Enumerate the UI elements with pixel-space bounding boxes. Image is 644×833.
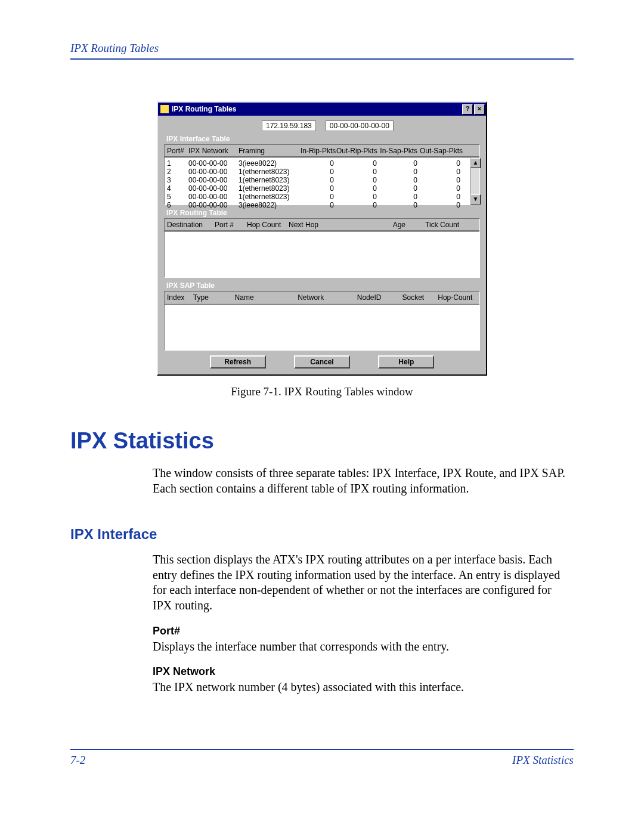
cell: 00-00-00-00	[188, 168, 239, 176]
cell: 4	[167, 184, 188, 193]
cell: 6	[167, 201, 188, 209]
col-name: Name	[235, 293, 298, 302]
refresh-button[interactable]: Refresh	[210, 355, 266, 368]
cell: 0	[301, 201, 336, 209]
cell: 0	[336, 168, 379, 176]
cell: 00-00-00-00	[188, 193, 239, 201]
table-row[interactable]: 100-00-00-003(ieee8022)0000	[167, 159, 477, 168]
cell: 0	[379, 184, 420, 193]
cell: 0	[420, 159, 463, 168]
ipx-interface-group: IPX Interface Table Port# IPX Network Fr…	[164, 135, 480, 205]
sap-rows	[165, 305, 479, 307]
figure-caption: Figure 7-1. IPX Routing Tables window	[54, 385, 590, 398]
cell: 1(ethernet8023)	[239, 193, 301, 201]
cell: 0	[336, 176, 379, 184]
field-body-port: Displays the interface number that corre…	[153, 639, 566, 655]
cell: 00-00-00-00	[188, 184, 239, 193]
cell: 1	[167, 159, 188, 168]
ipx-routing-dialog: IPX Routing Tables ? × 172.19.59.183 00-…	[157, 101, 487, 376]
col-socket: Socket	[402, 293, 438, 302]
scroll-down-icon[interactable]: ▼	[470, 194, 481, 205]
col-destination: Destination	[167, 221, 215, 229]
interface-scrollbar[interactable]: ▲ ▼	[470, 158, 479, 205]
cell: 0	[420, 184, 463, 193]
cell: 0	[379, 201, 420, 209]
field-body-ipx-network: The IPX network number (4 bytes) associa…	[153, 680, 566, 695]
window-title: IPX Routing Tables	[172, 105, 461, 113]
mac-address-field[interactable]: 00-00-00-00-00-00	[326, 120, 394, 131]
col-nexthop: Next Hop	[289, 221, 366, 229]
cell: 1(ethernet8023)	[239, 168, 301, 176]
routing-rows	[165, 232, 479, 234]
cell: 0	[336, 159, 379, 168]
col-nodeid: NodeID	[357, 293, 402, 302]
col-tick: Tick Count	[408, 221, 462, 229]
cell: 0	[301, 184, 336, 193]
ip-address-field[interactable]: 172.19.59.183	[262, 120, 316, 131]
close-icon[interactable]: ×	[474, 104, 485, 114]
cell: 0	[379, 193, 420, 201]
cell: 0	[379, 176, 420, 184]
cell: 1(ethernet8023)	[239, 184, 301, 193]
cell: 2	[167, 168, 188, 176]
col-type: Type	[193, 293, 235, 302]
iface-paragraph: This section displays the ATX's IPX rout…	[153, 552, 566, 613]
col-index: Index	[167, 293, 193, 302]
interface-header-row: Port# IPX Network Framing In-Rip-Pkts Ou…	[165, 145, 479, 157]
cell: 0	[420, 168, 463, 176]
col-portnum: Port #	[215, 221, 247, 229]
table-row[interactable]: 400-00-00-001(ethernet8023)0000	[167, 184, 477, 193]
cell: 1(ethernet8023)	[239, 176, 301, 184]
cell: 0	[420, 193, 463, 201]
page-number: 7-2	[70, 754, 85, 767]
titlebar: IPX Routing Tables ? ×	[158, 103, 486, 116]
help-button[interactable]: Help	[378, 355, 434, 368]
cell: 0	[379, 168, 420, 176]
figure-container: IPX Routing Tables ? × 172.19.59.183 00-…	[54, 101, 590, 398]
col-network: Network	[298, 293, 357, 302]
table-row[interactable]: 200-00-00-001(ethernet8023)0000	[167, 168, 477, 176]
cell: 3(ieee8022)	[239, 159, 301, 168]
address-row: 172.19.59.183 00-00-00-00-00-00	[262, 120, 480, 131]
table-row[interactable]: 600-00-00-003(ieee8022)0000	[167, 201, 477, 209]
ipx-sap-group: IPX SAP Table Index Type Name Network No…	[164, 281, 480, 351]
app-icon	[160, 105, 169, 113]
cell: 3(ieee8022)	[239, 201, 301, 209]
help-icon[interactable]: ?	[462, 104, 473, 114]
cell: 0	[336, 201, 379, 209]
cell: 0	[301, 159, 336, 168]
page-footer: 7-2 IPX Statistics	[70, 749, 574, 767]
cell: 0	[301, 168, 336, 176]
field-heading-port: Port#	[153, 624, 566, 638]
ipx-routing-group: IPX Routing Table Destination Port # Hop…	[164, 209, 480, 278]
col-framing: Framing	[239, 147, 301, 155]
cell: 0	[301, 176, 336, 184]
col-port: Port#	[167, 147, 188, 155]
routing-header-row: Destination Port # Hop Count Next Hop Ag…	[165, 219, 479, 231]
sap-header-row: Index Type Name Network NodeID Socket Ho…	[165, 292, 479, 304]
cell: 0	[336, 193, 379, 201]
col-outsap: Out-Sap-Pkts	[420, 147, 463, 155]
table-row[interactable]: 500-00-00-001(ethernet8023)0000	[167, 193, 477, 201]
col-inrip: In-Rip-Pkts	[301, 147, 336, 155]
col-ipxnet: IPX Network	[188, 147, 239, 155]
cell: 5	[167, 193, 188, 201]
cell: 00-00-00-00	[188, 159, 239, 168]
field-heading-ipx-network: IPX Network	[153, 665, 566, 679]
cell: 0	[379, 159, 420, 168]
table-row[interactable]: 300-00-00-001(ethernet8023)0000	[167, 176, 477, 184]
scroll-up-icon[interactable]: ▲	[470, 158, 481, 168]
interface-rows: 100-00-00-003(ieee8022)0000200-00-00-001…	[165, 158, 479, 210]
cell: 0	[420, 176, 463, 184]
subsection-heading-ipx-interface: IPX Interface	[70, 526, 590, 543]
running-header: IPX Routing Tables	[70, 42, 590, 55]
intro-paragraph: The window consists of three separate ta…	[153, 466, 566, 496]
cell: 0	[420, 201, 463, 209]
section-heading-ipx-statistics: IPX Statistics	[70, 428, 590, 454]
cell: 00-00-00-00	[188, 176, 239, 184]
cancel-button[interactable]: Cancel	[294, 355, 350, 368]
col-hopcount: Hop-Count	[438, 293, 477, 302]
button-row: Refresh Cancel Help	[164, 355, 480, 368]
cell: 0	[336, 184, 379, 193]
cell: 0	[301, 193, 336, 201]
